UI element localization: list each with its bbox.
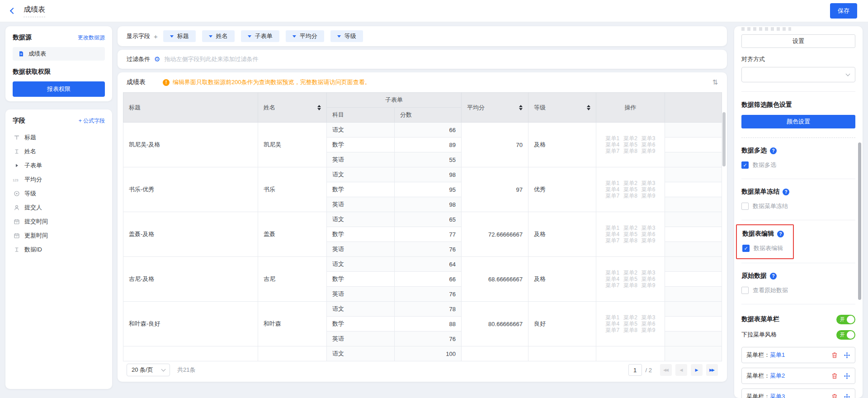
checkbox[interactable] — [741, 287, 749, 294]
checkbox[interactable]: ✓ — [741, 161, 749, 169]
action-menu-link[interactable]: 菜单2 — [623, 270, 637, 276]
action-menu-link[interactable]: 菜单4 — [605, 231, 619, 237]
action-menu-link[interactable]: 菜单1 — [605, 270, 619, 276]
action-menu-link[interactable]: 菜单8 — [623, 237, 637, 244]
align-select[interactable] — [741, 67, 855, 82]
next-page-button[interactable]: ▶ — [691, 364, 703, 376]
action-menu-link[interactable]: 菜单5 — [623, 231, 637, 237]
menu-bar-item[interactable]: 菜单栏：菜单3 — [741, 389, 855, 398]
page-number-input[interactable]: 1 — [628, 364, 642, 376]
action-menu-link[interactable]: 菜单4 — [605, 186, 619, 193]
report-permission-button[interactable]: 报表权限 — [13, 81, 105, 97]
action-menu-link[interactable]: 菜单9 — [642, 193, 656, 199]
table-menubar-toggle[interactable]: 开 — [836, 315, 855, 324]
display-field-tag[interactable]: 等级 — [330, 30, 363, 42]
add-field-icon[interactable]: + — [154, 33, 158, 40]
action-menu-link[interactable]: 菜单7 — [605, 282, 619, 289]
trash-icon[interactable] — [831, 393, 838, 398]
help-icon[interactable]: ? — [777, 231, 784, 237]
change-datasource-link[interactable]: 更改数据源 — [78, 34, 105, 42]
action-menu-link[interactable]: 菜单4 — [605, 276, 619, 282]
add-formula-field-link[interactable]: + 公式字段 — [79, 117, 105, 125]
action-menu-link[interactable]: 菜单1 — [605, 225, 619, 231]
trash-icon[interactable] — [831, 352, 838, 359]
action-menu-link[interactable]: 菜单5 — [623, 186, 637, 193]
action-menu-link[interactable]: 菜单9 — [642, 148, 656, 154]
settings-button[interactable]: 设置 — [741, 34, 855, 48]
action-menu-link[interactable]: 菜单7 — [605, 237, 619, 244]
action-menu-link[interactable]: 菜单2 — [623, 314, 637, 321]
action-menu-link[interactable]: 菜单6 — [642, 186, 656, 193]
field-item[interactable]: 标题 — [13, 130, 105, 144]
action-menu-link[interactable]: 菜单5 — [623, 321, 637, 327]
menu-item-link[interactable]: 菜单2 — [770, 372, 785, 380]
action-menu-link[interactable]: 菜单4 — [605, 321, 619, 327]
field-item[interactable]: 姓名 — [13, 144, 105, 158]
action-menu-link[interactable]: 菜单2 — [623, 135, 637, 142]
prev-page-button[interactable]: ◀ — [675, 364, 687, 376]
action-menu-link[interactable]: 菜单6 — [642, 142, 656, 148]
field-item[interactable]: 子表单 — [13, 158, 105, 172]
action-menu-link[interactable]: 菜单3 — [642, 225, 656, 231]
checkbox[interactable] — [741, 203, 749, 210]
action-menu-link[interactable]: 菜单9 — [642, 237, 656, 244]
field-item[interactable]: 数据ID — [13, 242, 105, 256]
table-scrollbar[interactable] — [722, 112, 726, 166]
action-menu-link[interactable]: 菜单1 — [605, 180, 619, 186]
action-menu-link[interactable]: 菜单7 — [605, 327, 619, 333]
checkbox[interactable]: ✓ — [742, 245, 750, 252]
sort-icon[interactable] — [587, 105, 590, 110]
menu-item-link[interactable]: 菜单3 — [770, 393, 785, 398]
action-menu-link[interactable]: 菜单8 — [623, 327, 637, 333]
display-field-tag[interactable]: 子表单 — [241, 30, 279, 42]
display-field-tag[interactable]: 平均分 — [286, 30, 324, 42]
menu-bar-item[interactable]: 菜单栏：菜单1 — [741, 347, 855, 363]
dropdown-style-toggle[interactable]: 开 — [836, 330, 855, 340]
action-menu-link[interactable]: 菜单1 — [605, 135, 619, 142]
gear-icon[interactable]: ⚙ — [154, 55, 160, 63]
action-menu-link[interactable]: 菜单2 — [623, 225, 637, 231]
field-item[interactable]: 123平均分 — [13, 172, 105, 186]
action-menu-link[interactable]: 菜单5 — [623, 276, 637, 282]
trash-icon[interactable] — [831, 373, 838, 379]
panel-scrollbar[interactable] — [858, 142, 861, 300]
field-item[interactable]: 7提交时间 — [13, 214, 105, 228]
display-field-tag[interactable]: 姓名 — [202, 30, 235, 42]
field-item[interactable]: 提交人 — [13, 200, 105, 214]
datasource-item[interactable]: 成绩表 — [13, 47, 105, 61]
action-menu-link[interactable]: 菜单3 — [642, 270, 656, 276]
action-menu-link[interactable]: 菜单3 — [642, 135, 656, 142]
action-menu-link[interactable]: 菜单9 — [642, 327, 656, 333]
help-icon[interactable]: ? — [770, 147, 777, 154]
field-item[interactable]: 7更新时间 — [13, 228, 105, 242]
color-settings-button[interactable]: 颜色设置 — [741, 115, 855, 128]
move-icon[interactable] — [844, 393, 850, 398]
action-menu-link[interactable]: 菜单3 — [642, 314, 656, 321]
action-menu-link[interactable]: 菜单3 — [642, 180, 656, 186]
action-menu-link[interactable]: 菜单7 — [605, 193, 619, 199]
action-menu-link[interactable]: 菜单8 — [623, 282, 637, 289]
action-menu-link[interactable]: 菜单7 — [605, 148, 619, 154]
action-menu-link[interactable]: 菜单4 — [605, 142, 619, 148]
move-icon[interactable] — [844, 373, 850, 379]
action-menu-link[interactable]: 菜单6 — [642, 276, 656, 282]
menu-bar-item[interactable]: 菜单栏：菜单2 — [741, 368, 855, 384]
sort-icon[interactable] — [317, 105, 321, 110]
field-item[interactable]: 等级 — [13, 186, 105, 200]
page-size-select[interactable]: 20 条/页 — [127, 364, 170, 376]
action-menu-link[interactable]: 菜单8 — [623, 193, 637, 199]
menu-item-link[interactable]: 菜单1 — [770, 351, 785, 359]
save-button[interactable]: 保存 — [830, 3, 857, 19]
action-menu-link[interactable]: 菜单6 — [642, 321, 656, 327]
action-menu-link[interactable]: 菜单1 — [605, 314, 619, 321]
back-icon[interactable] — [10, 8, 16, 14]
sort-icon[interactable] — [519, 105, 523, 110]
display-field-tag[interactable]: 标题 — [163, 30, 196, 42]
action-menu-link[interactable]: 菜单2 — [623, 180, 637, 186]
help-icon[interactable]: ? — [783, 189, 789, 195]
first-page-button[interactable]: ◀◀ — [660, 364, 672, 376]
help-icon[interactable]: ? — [770, 273, 777, 280]
action-menu-link[interactable]: 菜单8 — [623, 148, 637, 154]
row-sort-icon[interactable]: ⇅ — [712, 78, 718, 86]
action-menu-link[interactable]: 菜单9 — [642, 282, 656, 289]
